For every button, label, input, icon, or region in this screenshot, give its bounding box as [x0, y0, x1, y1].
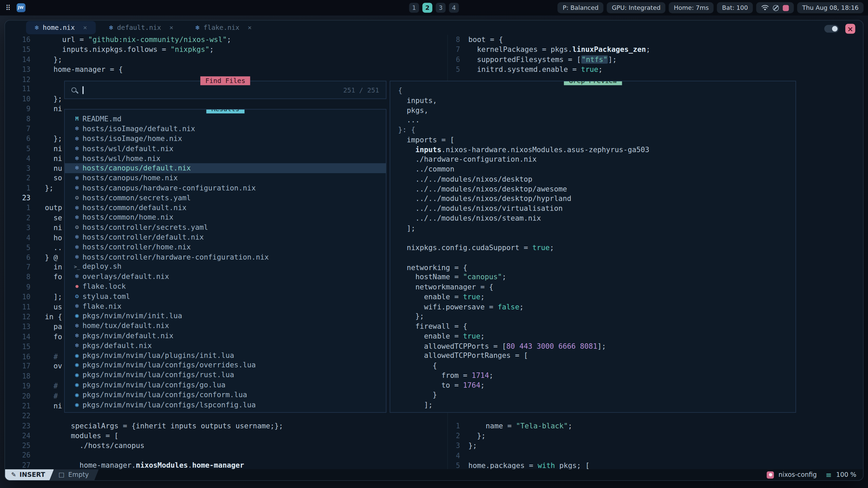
result-row[interactable]: ❄hosts/isoImage/home.nix — [65, 134, 386, 143]
lock-icon: ● — [72, 284, 83, 289]
nix-icon: ❄ — [196, 24, 200, 32]
result-row[interactable]: ❄hosts/wsl/default.nix — [65, 143, 386, 153]
result-row[interactable]: ◉pkgs/nvim/nvim/lua/configs/rust.lua — [65, 370, 386, 380]
preview-line: ../../modules/nixos/desktop — [398, 174, 795, 184]
result-row[interactable]: ◉pkgs/nvim/nvim/init.lua — [65, 311, 386, 321]
preview-line: wifi.powersave = false; — [398, 302, 795, 312]
nix-icon: ❄ — [72, 243, 83, 250]
results-list: MREADME.md❄hosts/isoImage/default.nix❄ho… — [65, 114, 386, 409]
result-filename: pkgs/nvim/nvim/lua/configs/lspconfig.lua — [82, 400, 256, 408]
line-number: 2 — [5, 174, 31, 183]
result-row[interactable]: ❄hosts/isoImage/default.nix — [65, 124, 386, 134]
result-filename: hosts/canopus/hardware-configuration.nix — [82, 184, 256, 192]
preview-line: ../common — [398, 164, 795, 174]
result-row[interactable]: ❄hosts/common/home.nix — [65, 212, 386, 222]
code-line: 8boot = { — [442, 35, 650, 45]
result-counter: 251 / 251 — [343, 86, 379, 94]
line-number: 1 — [442, 421, 460, 431]
app-launcher-icon[interactable]: ⠿ — [5, 4, 11, 12]
result-row[interactable]: ◉pkgs/nvim/nvim/lua/plugins/init.lua — [65, 350, 386, 360]
result-row[interactable]: ◉pkgs/nvim/nvim/lua/configs/go.lua — [65, 380, 386, 390]
lua-icon: ◉ — [72, 371, 83, 379]
result-row[interactable]: ❄hosts/controller/home.nix — [65, 242, 386, 252]
line-number: 9 — [5, 104, 31, 114]
result-filename: hosts/common/secrets.yaml — [82, 194, 191, 202]
result-row[interactable]: ❄hosts/canopus/hardware-configuration.ni… — [65, 183, 386, 193]
lua-icon: ◉ — [72, 381, 83, 388]
result-row[interactable]: ❄hosts/canopus/default.nix — [65, 163, 386, 173]
tab-close-icon[interactable]: × — [248, 24, 252, 32]
result-row[interactable]: MREADME.md — [65, 114, 386, 124]
preview-line: }: { — [398, 125, 795, 135]
status-pill: GPU: Integrated — [607, 2, 666, 14]
status-pills: P: BalancedGPU: IntegratedHome: 7msBat: … — [558, 2, 753, 14]
preview-line: to = 1764; — [398, 380, 795, 390]
workspace-4[interactable]: 4 — [449, 3, 459, 13]
result-row[interactable]: ❄hosts/common/default.nix — [65, 203, 386, 212]
result-row[interactable]: ❄hosts/controller/default.nix — [65, 232, 386, 242]
workspace-1[interactable]: 1 — [409, 3, 419, 13]
result-row[interactable]: ❄pkgs/nvim/default.nix — [65, 331, 386, 341]
tab-home.nix[interactable]: ❄home.nix× — [26, 21, 96, 34]
finder-prompt[interactable]: Find Files 251 / 251 — [64, 81, 386, 99]
tab-close-icon[interactable]: × — [170, 24, 174, 32]
toggle-switch[interactable] — [824, 25, 839, 33]
result-filename: hosts/common/default.nix — [82, 203, 186, 211]
preview-line — [398, 233, 795, 243]
result-row[interactable]: ●flake.lock — [65, 281, 386, 291]
workspace-2[interactable]: 2 — [422, 3, 432, 13]
result-filename: pkgs/nvim/nvim/lua/configs/overrides.lua — [82, 361, 256, 369]
result-row[interactable]: ❄hosts/wsl/home.nix — [65, 154, 386, 163]
result-row[interactable]: ◉pkgs/nvim/nvim/lua/configs/conform.lua — [65, 390, 386, 400]
lines-icon: ≡ — [826, 471, 832, 479]
preview-line: ]; — [398, 223, 795, 233]
preview-line: hostName = "canopus"; — [398, 272, 795, 282]
window-close-button[interactable]: × — [845, 24, 855, 34]
result-row[interactable]: ⚙hosts/controller/secrets.yaml — [65, 222, 386, 232]
result-row[interactable]: ⚙stylua.toml — [65, 291, 386, 301]
preview-line: ../../modules/nixos/desktop/hyprland — [398, 194, 795, 204]
result-row[interactable]: ⚙hosts/common/secrets.yaml — [65, 193, 386, 203]
result-row[interactable]: >_deploy.sh — [65, 262, 386, 271]
preview-line: } — [398, 390, 795, 400]
result-row[interactable]: ❄hosts/canopus/home.nix — [65, 173, 386, 183]
result-row[interactable]: ◉pkgs/nvim/nvim/lua/configs/overrides.lu… — [65, 360, 386, 370]
screen-record-icon — [783, 5, 789, 11]
line-number: 2 — [5, 213, 31, 223]
right-buffer-bottom[interactable]: 1 name = "Tela-black";2 };3};45home.pack… — [442, 421, 590, 469]
preview-line: ... — [398, 115, 795, 125]
right-buffer-top[interactable]: 8boot = {7 kernelPackages = pkgs.linuxPa… — [442, 35, 650, 75]
nix-icon: ❄ — [72, 155, 83, 162]
app-logo-icon[interactable]: JW — [16, 3, 25, 12]
mode-label: INSERT — [19, 471, 45, 479]
code-line: 6 supportedFilesystems = ["ntfs"]; — [442, 55, 650, 64]
tab-close-icon[interactable]: × — [83, 24, 87, 32]
workspace-3[interactable]: 3 — [436, 3, 446, 13]
line-number: 7 — [5, 263, 31, 272]
yaml-icon: ⚙ — [72, 224, 83, 231]
preview-line: inputs.nixos-hardware.nixosModules.asus-… — [398, 145, 795, 155]
result-row[interactable]: ❄flake.nix — [65, 301, 386, 311]
nix-icon: ❄ — [72, 135, 83, 142]
line-number: 20 — [5, 391, 31, 401]
result-row[interactable]: ❄hosts/controller/hardware-configuration… — [65, 252, 386, 262]
line-number: 6 — [442, 55, 460, 64]
buffer-label: Empty — [68, 471, 89, 479]
line-number: 22 — [5, 411, 31, 421]
result-row[interactable]: ❄pkgs/default.nix — [65, 341, 386, 350]
lua-icon: ◉ — [72, 362, 83, 369]
result-row[interactable]: ❄overlays/default.nix — [65, 271, 386, 281]
markdown-icon: M — [72, 116, 83, 122]
result-filename: pkgs/nvim/nvim/lua/configs/conform.lua — [82, 390, 247, 399]
status-pill: Home: 7ms — [669, 2, 714, 14]
tab-flake.nix[interactable]: ❄flake.nix× — [187, 21, 261, 34]
result-row[interactable]: ❄home/tux/default.nix — [65, 321, 386, 331]
code-line: 23 specialArgs = {inherit inputs outputs… — [5, 421, 283, 431]
line-number: 4 — [5, 154, 31, 163]
tab-default.nix[interactable]: ❄default.nix× — [100, 21, 182, 34]
buffer-indicator: □ Empty — [50, 469, 99, 480]
line-number: 21 — [5, 401, 31, 411]
preview-content: { inputs, pkgs, ...}: { imports = [ inpu… — [398, 86, 795, 410]
result-row[interactable]: ◉pkgs/nvim/nvim/lua/configs/lspconfig.lu… — [65, 400, 386, 409]
line-number: 1 — [5, 183, 31, 193]
